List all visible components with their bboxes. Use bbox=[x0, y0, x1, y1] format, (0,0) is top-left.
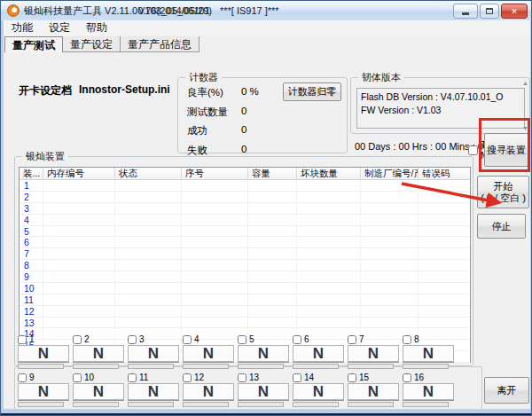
timing-mode-checkbox-input[interactable] bbox=[468, 145, 478, 155]
slot-checkbox-input[interactable] bbox=[293, 335, 301, 344]
slot-checkbox-input[interactable] bbox=[18, 373, 27, 382]
slot-status-indicator: N bbox=[18, 383, 69, 400]
row-status bbox=[115, 237, 182, 247]
menu-item-function[interactable]: 功能 bbox=[4, 20, 41, 35]
slot-checkbox[interactable]: 2 bbox=[73, 334, 124, 344]
table-row[interactable]: 3 bbox=[20, 203, 470, 215]
row-error-code bbox=[419, 215, 470, 225]
table-row[interactable]: 2 bbox=[20, 192, 470, 203]
table-row[interactable]: 4 bbox=[20, 215, 470, 226]
table-row[interactable]: 13 bbox=[20, 318, 470, 329]
column-header[interactable]: 容量 bbox=[248, 168, 297, 179]
slot-checkbox[interactable]: 13 bbox=[238, 373, 289, 382]
table-row[interactable]: 8 bbox=[20, 260, 470, 271]
title-bar[interactable]: 银灿科技量产工具 V2.11.00.76(2014/05/29) V103_05… bbox=[1, 1, 532, 20]
slot-checkbox[interactable]: 9 bbox=[18, 373, 69, 382]
slot-checkbox-input[interactable] bbox=[183, 373, 192, 382]
slot-number: 15 bbox=[359, 373, 369, 382]
row-memory-id bbox=[43, 271, 115, 282]
scroll-up-icon[interactable]: ▲ bbox=[522, 80, 528, 86]
slot-checkbox-input[interactable] bbox=[348, 373, 356, 382]
menu-item-help[interactable]: 帮助 bbox=[78, 20, 115, 35]
column-header[interactable]: 坏块数量 bbox=[297, 168, 361, 179]
row-device-number: 2 bbox=[20, 192, 43, 202]
table-row[interactable]: 5 bbox=[20, 226, 470, 238]
slot-checkbox-input[interactable] bbox=[128, 373, 137, 382]
slot-status-indicator: N bbox=[238, 345, 289, 362]
slot-checkbox[interactable]: 14 bbox=[293, 373, 344, 382]
slot-cell: 15 N bbox=[348, 373, 399, 408]
row-error-code bbox=[419, 283, 470, 294]
slot-checkbox[interactable]: 3 bbox=[128, 334, 179, 344]
row-device-number: 8 bbox=[20, 260, 43, 271]
table-row[interactable]: 1 bbox=[20, 180, 470, 192]
slot-checkbox[interactable]: 11 bbox=[128, 373, 179, 382]
slot-checkbox-input[interactable] bbox=[403, 335, 411, 344]
slot-progress-bar bbox=[128, 364, 174, 369]
counter-value: 0 bbox=[241, 106, 246, 125]
row-serial bbox=[182, 283, 248, 294]
counter-reset-button[interactable]: 计数器归零 bbox=[283, 82, 341, 101]
counter-group: 计数器 良率(%) 0 % 测试数量 0 成功 0 失败 0 bbox=[177, 77, 348, 153]
column-header[interactable]: 内存编号 bbox=[43, 168, 115, 179]
menu-item-settings[interactable]: 设定 bbox=[41, 20, 78, 35]
slot-number: 11 bbox=[139, 373, 148, 382]
table-row[interactable]: 7 bbox=[20, 248, 470, 260]
slot-cell: 4 N bbox=[183, 334, 234, 370]
row-vendor-product-id bbox=[361, 226, 419, 237]
column-header[interactable]: 状态 bbox=[115, 168, 182, 179]
table-row[interactable]: 11 bbox=[20, 294, 470, 306]
slot-checkbox-input[interactable] bbox=[348, 335, 356, 344]
slot-status-indicator: N bbox=[183, 345, 234, 362]
table-row[interactable]: 12 bbox=[20, 306, 470, 318]
search-device-button[interactable]: 搜寻装置 bbox=[484, 133, 528, 167]
start-button[interactable]: 开始 ( 0 / 空白 ) bbox=[477, 176, 529, 208]
slot-checkbox[interactable]: 8 bbox=[403, 334, 454, 344]
row-serial bbox=[182, 226, 248, 237]
table-row[interactable]: 6 bbox=[20, 237, 470, 248]
scroll-down-icon[interactable]: ▼ bbox=[522, 125, 528, 131]
column-header[interactable]: 制造厂编号/产... bbox=[361, 168, 419, 179]
slot-cell: 5 N bbox=[238, 334, 289, 370]
firmware-version-line: FW Version : V1.03 bbox=[357, 102, 524, 115]
tab-production-settings[interactable]: 量产设定 bbox=[63, 36, 121, 52]
slot-checkbox-input[interactable] bbox=[18, 335, 27, 344]
row-device-number: 13 bbox=[20, 318, 43, 328]
slot-checkbox[interactable]: 5 bbox=[238, 334, 289, 344]
table-row[interactable]: 10 bbox=[20, 283, 470, 294]
slot-checkbox-input[interactable] bbox=[403, 373, 411, 382]
slot-checkbox[interactable]: 7 bbox=[348, 334, 399, 344]
row-error-code bbox=[419, 306, 470, 317]
slot-checkbox-input[interactable] bbox=[73, 335, 82, 344]
column-header[interactable]: 序号 bbox=[182, 168, 248, 179]
slot-checkbox[interactable]: 12 bbox=[183, 373, 234, 382]
counter-row: 成功 0 bbox=[187, 124, 259, 144]
row-serial bbox=[182, 203, 248, 214]
slot-checkbox[interactable]: 10 bbox=[73, 373, 124, 382]
table-row[interactable]: 9 bbox=[20, 271, 470, 283]
slot-checkbox[interactable]: 1 bbox=[18, 334, 69, 344]
column-header[interactable]: 装... bbox=[20, 168, 43, 179]
minimize-button[interactable] bbox=[453, 4, 478, 19]
slot-checkbox-input[interactable] bbox=[238, 335, 246, 344]
tab-production-test[interactable]: 量产测试 bbox=[4, 36, 63, 52]
slot-checkbox[interactable]: 16 bbox=[403, 373, 454, 382]
row-bad-blocks bbox=[297, 283, 361, 294]
row-error-code bbox=[419, 203, 470, 214]
stop-button[interactable]: 停止 bbox=[477, 214, 526, 239]
close-button[interactable]: ✕ bbox=[501, 4, 528, 19]
slot-checkbox-input[interactable] bbox=[128, 335, 137, 344]
slot-checkbox[interactable]: 4 bbox=[183, 334, 234, 344]
row-device-number: 11 bbox=[20, 294, 43, 305]
slot-checkbox[interactable]: 6 bbox=[293, 334, 344, 344]
slot-checkbox-input[interactable] bbox=[238, 373, 246, 382]
slot-checkbox-input[interactable] bbox=[73, 373, 82, 382]
slot-checkbox-input[interactable] bbox=[183, 335, 192, 344]
tab-product-info[interactable]: 量产产品信息 bbox=[121, 36, 200, 52]
row-status bbox=[115, 248, 182, 259]
exit-button[interactable]: 离开 bbox=[484, 377, 529, 404]
slot-checkbox[interactable]: 15 bbox=[348, 373, 399, 382]
slot-checkbox-input[interactable] bbox=[293, 373, 301, 382]
column-header[interactable]: 错误码 bbox=[419, 168, 470, 179]
maximize-button[interactable] bbox=[480, 4, 499, 19]
